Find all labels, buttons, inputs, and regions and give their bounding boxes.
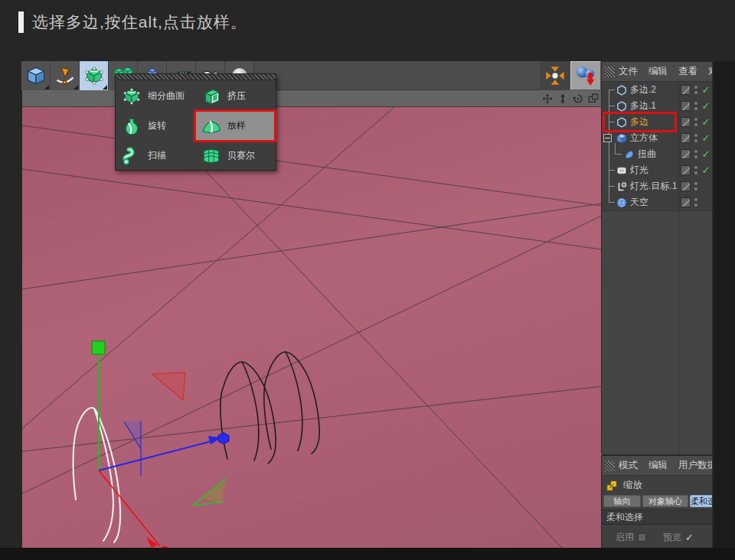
object-row-light-target[interactable]: 灯光.目标.1 <box>602 178 712 194</box>
right-margin <box>714 61 735 560</box>
om-menu-view[interactable]: 查看 <box>678 65 697 78</box>
object-manager-panel: 文件 编辑 查看 对象 多边.2 ✓ 多边.1 ✓ 多边 <box>601 61 713 454</box>
world-coordinates-button[interactable] <box>570 61 601 90</box>
panel-drag-handle[interactable] <box>605 67 615 77</box>
screenshot-root: 选择多边,按住alt,点击放样。 <box>0 0 735 560</box>
viewport-panel <box>21 90 601 549</box>
bottom-bar <box>0 548 735 560</box>
active-tool-label: 缩放 <box>623 479 642 492</box>
viewport-rotate-icon[interactable] <box>573 93 583 104</box>
axis-lock-button[interactable] <box>540 61 570 90</box>
tab-soft-selection[interactable]: 柔和选择 <box>690 495 713 507</box>
viewport-titlebar <box>22 90 602 107</box>
menu-tearoff-handle[interactable] <box>116 74 276 80</box>
tree-child-connector <box>615 143 622 155</box>
generators-flyout-menu: 细分曲面 挤压 旋转 放样 扫描 贝赛尔 <box>115 73 276 171</box>
main-toolbar <box>21 61 601 90</box>
sky-object-icon <box>616 197 628 209</box>
viewport-canvas[interactable] <box>22 107 602 549</box>
enable-check[interactable]: ✓ <box>700 132 712 144</box>
layer-toggle[interactable] <box>681 101 691 111</box>
enable-check[interactable]: ✓ <box>700 84 712 96</box>
menu-item-lathe[interactable]: 旋转 <box>116 111 195 141</box>
om-menu-edit[interactable]: 编辑 <box>648 65 668 78</box>
loft-icon <box>201 116 221 136</box>
toolbar-spacer <box>254 61 540 90</box>
flyout-corner <box>44 85 49 90</box>
object-row-sky[interactable]: 天空 <box>602 194 712 210</box>
menu-item-bezier[interactable]: 贝赛尔 <box>195 141 275 171</box>
visibility-dots[interactable] <box>693 198 699 207</box>
target-light-icon <box>616 181 628 193</box>
layer-toggle[interactable] <box>681 197 691 207</box>
menu-item-loft[interactable]: 放样 <box>195 111 275 141</box>
layer-toggle[interactable] <box>681 181 691 191</box>
tab-axis[interactable]: 轴向 <box>603 495 641 507</box>
cube-primitive-button[interactable] <box>21 61 51 90</box>
enable-check[interactable]: ✓ <box>700 148 712 160</box>
object-manager-empty-area[interactable] <box>602 210 712 454</box>
gizmo-x-axis[interactable] <box>99 441 214 470</box>
om-menu-object[interactable]: 对象 <box>708 65 712 78</box>
menu-item-label: 扫描 <box>148 149 166 162</box>
viewport-pan-icon[interactable] <box>542 93 553 104</box>
enable-check[interactable]: ✓ <box>700 116 712 128</box>
enable-check[interactable]: ✓ <box>700 100 712 112</box>
soft-selection-section-header[interactable]: 柔和选择 <box>602 510 712 525</box>
menu-item-label: 挤压 <box>227 90 246 103</box>
bend-deformer-icon <box>623 148 635 161</box>
generators-button[interactable] <box>80 61 109 90</box>
am-menu-edit[interactable]: 编辑 <box>648 459 668 472</box>
polygon-spline-selected[interactable] <box>74 408 120 542</box>
subdivision-surface-icon <box>122 86 142 106</box>
preview-checkbox[interactable]: ✓ <box>685 532 695 543</box>
menu-item-sweep[interactable]: 扫描 <box>116 141 195 171</box>
panel-drag-handle[interactable] <box>605 461 615 471</box>
visibility-dots[interactable] <box>693 182 699 190</box>
gizmo-plane-green-fill <box>201 479 226 503</box>
visibility-dots[interactable] <box>693 86 699 94</box>
visibility-dots[interactable] <box>693 150 699 158</box>
object-row-light[interactable]: 灯光 ✓ <box>602 162 712 178</box>
layer-toggle[interactable] <box>681 85 691 95</box>
spline-pen-button[interactable] <box>51 61 80 90</box>
visibility-dots[interactable] <box>693 166 699 174</box>
light-object-icon <box>616 164 628 177</box>
am-menu-userdata[interactable]: 用户数据 <box>678 459 712 472</box>
visibility-dots[interactable] <box>693 102 699 110</box>
layer-toggle[interactable] <box>681 149 691 159</box>
tab-object-axis[interactable]: 对象轴心 <box>642 495 688 507</box>
layer-toggle[interactable] <box>681 133 691 143</box>
gizmo-y-handle[interactable] <box>92 341 105 354</box>
am-menu-mode[interactable]: 模式 <box>619 459 638 472</box>
gizmo-z-axis[interactable] <box>99 470 160 546</box>
menu-item-extrude[interactable]: 挤压 <box>195 81 275 111</box>
layer-toggle[interactable] <box>681 165 691 175</box>
menu-item-label: 放样 <box>227 119 246 132</box>
active-tool-row: 缩放 <box>602 476 712 495</box>
enable-check[interactable]: ✓ <box>700 164 712 176</box>
om-menu-file[interactable]: 文件 <box>619 65 638 78</box>
menu-item-subdivision-surface[interactable]: 细分曲面 <box>116 81 195 111</box>
object-row-bend[interactable]: 扭曲 ✓ <box>602 146 712 162</box>
polygon-spline-black-2[interactable] <box>264 352 319 454</box>
viewport-zoom-icon[interactable] <box>557 93 568 104</box>
flyout-corner <box>103 85 107 90</box>
object-manager-menubar: 文件 编辑 查看 对象 <box>602 62 712 82</box>
gizmo-z-arrow <box>146 537 158 548</box>
enable-label: 启用 <box>602 531 634 544</box>
gizmo-rotate-plane-red[interactable] <box>152 373 185 400</box>
visibility-dots[interactable] <box>693 134 699 142</box>
enable-checkbox[interactable] <box>638 533 646 542</box>
extrude-icon <box>201 86 221 106</box>
viewport-toggle-icon[interactable] <box>588 93 599 104</box>
lathe-icon <box>122 116 142 136</box>
visibility-dots[interactable] <box>693 118 699 126</box>
menu-item-label: 旋转 <box>148 119 166 132</box>
gizmo-x-handle[interactable] <box>218 433 229 444</box>
object-row-polygon2[interactable]: 多边.2 ✓ <box>602 82 712 98</box>
spline-pen-icon <box>54 65 76 86</box>
layer-toggle[interactable] <box>681 117 691 127</box>
bezier-icon <box>201 146 221 166</box>
collapse-expander[interactable] <box>603 134 612 142</box>
